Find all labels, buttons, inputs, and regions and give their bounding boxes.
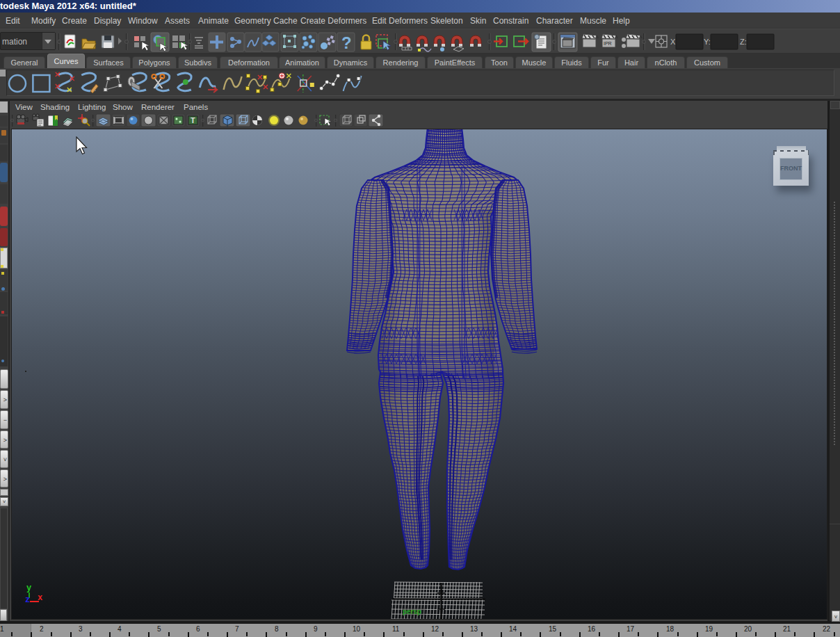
svg-text:IPR: IPR (604, 41, 612, 46)
svg-text:y: y (26, 583, 31, 593)
svg-text:Z:: Z: (740, 38, 747, 46)
svg-text:?: ? (341, 33, 352, 52)
svg-text:z: z (25, 595, 30, 605)
svg-text:persp: persp (403, 608, 421, 615)
svg-text:T: T (191, 116, 195, 124)
svg-text:x: x (38, 593, 42, 603)
svg-text:Y:: Y: (704, 38, 711, 46)
